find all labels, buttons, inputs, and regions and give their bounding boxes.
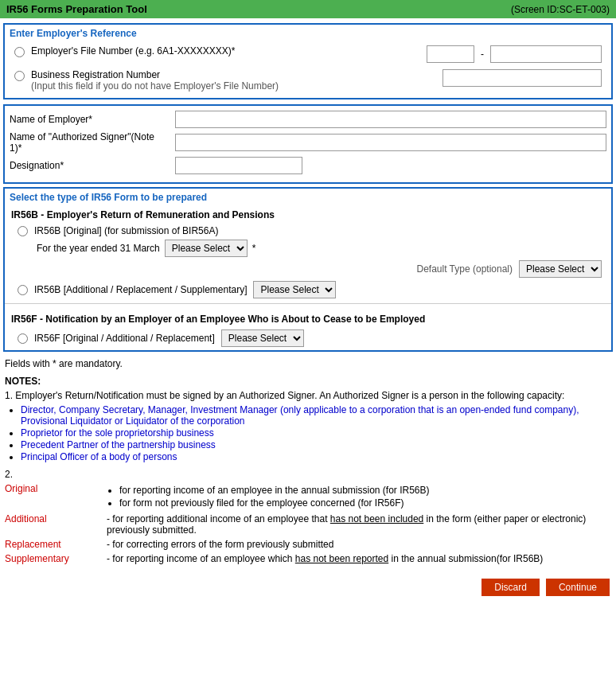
ir56f-section: IR56F - Notification by an Employer of a… — [5, 306, 611, 350]
continue-button[interactable]: Continue — [546, 579, 610, 596]
brn-input[interactable] — [443, 69, 602, 87]
employer-ref-label: Enter Employer's Reference — [10, 28, 606, 39]
app-title: IR56 Forms Preparation Tool — [6, 3, 147, 15]
ir56b-additional-select[interactable]: Please Select — [253, 281, 336, 298]
term-original: Original — [5, 483, 100, 510]
ir56f-title: IR56F - Notification by an Employer of a… — [11, 314, 605, 325]
mandatory-note: Fields with * are mandatory. — [0, 355, 616, 372]
screen-id: (Screen ID:SC-ET-003) — [511, 4, 610, 15]
notes-section: NOTES: 1. Employer's Return/Notification… — [0, 372, 616, 574]
term-additional: Additional — [5, 513, 100, 536]
def-replacement: - for correcting errors of the form prev… — [107, 539, 611, 550]
note1-intro: 1. Employer's Return/Notification must b… — [5, 390, 611, 401]
ir56b-title: IR56B - Employer's Return of Remuneratio… — [11, 209, 605, 220]
default-type-label: Default Type (optional) — [416, 263, 513, 275]
separator-line — [5, 303, 611, 304]
form-type-label: Select the type of IR56 Form to be prepa… — [5, 189, 611, 206]
designation-row: Designation* — [10, 157, 606, 174]
discard-button[interactable]: Discard — [481, 579, 540, 596]
note2: 2. Original for reporting income of an e… — [5, 469, 611, 564]
year-label: For the year ended 31 March — [37, 243, 160, 254]
year-mandatory-marker: * — [252, 243, 256, 254]
header-bar: IR56 Forms Preparation Tool (Screen ID:S… — [0, 0, 616, 18]
designation-label: Designation* — [10, 160, 169, 171]
designation-input[interactable] — [175, 157, 302, 174]
authorized-signer-label: Name of "Authorized Signer"(Note 1)* — [10, 131, 169, 154]
ir56f-original-label: IR56F [Original / Additional / Replaceme… — [34, 333, 215, 344]
ir56b-section: IR56B - Employer's Return of Remuneratio… — [5, 206, 611, 302]
ir56b-additional-label: IR56B [Additional / Replacement / Supple… — [34, 284, 247, 295]
name-fields-section: Name of Employer* Name of "Authorized Si… — [3, 104, 613, 184]
ir56b-original-label: IR56B [Original] (for submission of BIR5… — [34, 225, 218, 236]
def-additional: - for reporting additional income of an … — [107, 513, 611, 536]
file-number-row: Employer's File Number (e.g. 6A1-XXXXXXX… — [10, 42, 606, 66]
file-number-inputs: - — [427, 45, 602, 63]
brn-radio[interactable] — [14, 71, 25, 81]
list-item: Precedent Partner of the partnership bus… — [21, 439, 611, 450]
ir56b-original-radio[interactable] — [18, 226, 28, 236]
list-item: for form not previously filed for the em… — [119, 497, 611, 509]
brn-label: Business Registration Number — [31, 69, 279, 80]
file-number-part2-input[interactable] — [490, 45, 602, 63]
brn-label-block: Business Registration Number (Input this… — [31, 69, 279, 92]
brn-note: (Input this field if you do not have Emp… — [31, 80, 279, 92]
form-type-section: Select the type of IR56 Form to be prepa… — [3, 187, 613, 352]
employer-ref-section: Enter Employer's Reference Employer's Fi… — [3, 23, 613, 99]
ir56f-select[interactable]: Please Select — [221, 329, 304, 347]
def-supplementary: - for reporting income of an employee wh… — [107, 553, 611, 564]
file-number-part1-input[interactable] — [427, 45, 474, 63]
list-item: for reporting income of an employee in t… — [119, 485, 611, 496]
file-number-label: Employer's File Number (e.g. 6A1-XXXXXXX… — [31, 45, 235, 57]
ir56b-additional-row: IR56B [Additional / Replacement / Supple… — [11, 281, 605, 298]
note2-intro-text: 2. — [5, 469, 611, 480]
term-replacement: Replacement — [5, 539, 100, 550]
employer-name-input[interactable] — [175, 111, 606, 128]
note1: 1. Employer's Return/Notification must b… — [5, 390, 611, 462]
list-item: Director, Company Secretary, Manager, In… — [21, 404, 611, 427]
default-type-select[interactable]: Please Select — [519, 260, 602, 278]
note1-list: Director, Company Secretary, Manager, In… — [21, 404, 611, 462]
term-supplementary: Supplementary — [5, 553, 100, 564]
mandatory-note-text: Fields with * are mandatory. — [5, 358, 123, 369]
ir56f-radio[interactable] — [18, 333, 28, 344]
authorized-signer-row: Name of "Authorized Signer"(Note 1)* — [10, 131, 606, 154]
authorized-signer-input[interactable] — [175, 134, 606, 151]
year-select[interactable]: Please Select — [165, 240, 248, 257]
note2-grid: Original for reporting income of an empl… — [5, 483, 611, 564]
employer-name-row: Name of Employer* — [10, 111, 606, 128]
ir56b-additional-radio[interactable] — [18, 285, 28, 295]
ir56b-original-row: IR56B [Original] (for submission of BIR5… — [11, 225, 605, 236]
default-type-row: Default Type (optional) Please Select — [11, 260, 605, 278]
button-bar: Discard Continue — [0, 574, 616, 601]
employer-name-label: Name of Employer* — [10, 114, 169, 125]
ir56f-original-row: IR56F [Original / Additional / Replaceme… — [11, 329, 605, 347]
file-number-radio[interactable] — [14, 47, 25, 57]
list-item: Proprietor for the sole proprietorship b… — [21, 427, 611, 439]
dash-separator: - — [481, 49, 484, 60]
def-original: for reporting income of an employee in t… — [107, 483, 611, 510]
list-item: Principal Officer of a body of persons — [21, 451, 611, 462]
year-row: For the year ended 31 March Please Selec… — [11, 240, 605, 257]
notes-title: NOTES: — [5, 376, 611, 387]
brn-row: Business Registration Number (Input this… — [10, 66, 606, 95]
